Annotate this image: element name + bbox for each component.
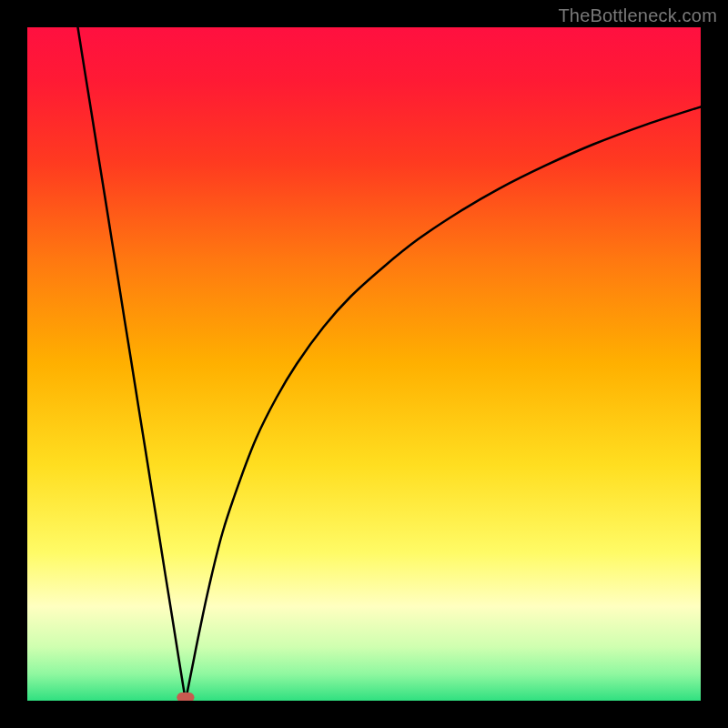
left-branch-line	[78, 27, 186, 701]
plot-area	[27, 27, 701, 701]
curve-layer	[27, 27, 701, 701]
watermark-text: TheBottleneck.com	[558, 5, 717, 26]
chart-frame: TheBottleneck.com	[0, 0, 728, 728]
right-branch-line	[186, 106, 701, 701]
